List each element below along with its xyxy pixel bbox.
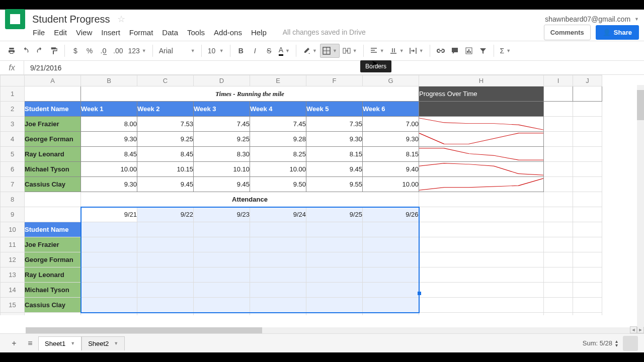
row-header-3[interactable]: 3 <box>1 117 25 132</box>
format-number-dropdown[interactable]: 123▼ <box>126 44 148 58</box>
add-sheet-button[interactable]: + <box>6 336 22 350</box>
text-color-icon[interactable]: A▼ <box>277 44 292 58</box>
merge-cells-icon[interactable]: ▼ <box>341 44 359 58</box>
col-header-D[interactable]: D <box>194 75 250 86</box>
filter-icon[interactable] <box>476 44 490 58</box>
borders-icon[interactable]: ▼ <box>320 44 340 58</box>
sheets-logo[interactable] <box>5 9 25 29</box>
menu-view[interactable]: View <box>76 28 92 37</box>
font-size-select[interactable]: 10▼ <box>206 44 226 58</box>
col-header-H[interactable]: H <box>419 75 544 86</box>
cell-B9[interactable]: 9/21 <box>81 207 137 222</box>
hdr-student[interactable]: Student Name <box>25 102 81 117</box>
align-vertical-icon[interactable]: ▼ <box>387 44 406 58</box>
strikethrough-icon[interactable]: S <box>263 44 276 58</box>
row-header-15[interactable]: 15 <box>1 298 25 313</box>
doc-title[interactable]: Student Progress <box>32 14 110 25</box>
name-1[interactable]: George Forman <box>25 132 81 147</box>
progress-title[interactable]: Progress Over Time <box>419 86 544 102</box>
percent-icon[interactable]: % <box>83 44 96 58</box>
insert-comment-icon[interactable] <box>448 44 461 58</box>
row-header-16[interactable]: 16 <box>1 313 25 316</box>
menu-tools[interactable]: Tools <box>187 28 205 37</box>
name-0[interactable]: Joe Frazier <box>25 117 81 132</box>
att-hdr[interactable]: Student Name <box>25 222 81 237</box>
row-header-14[interactable]: 14 <box>1 283 25 298</box>
row-header-7[interactable]: 7 <box>1 177 25 192</box>
functions-icon[interactable]: Σ▼ <box>498 44 513 58</box>
font-select[interactable]: Arial▼ <box>157 44 197 58</box>
hdr-w4[interactable]: Week 4 <box>250 102 306 117</box>
fill-color-icon[interactable]: ▼ <box>300 44 319 58</box>
horizontal-scrollbar[interactable] <box>26 327 632 333</box>
menu-help[interactable]: Help <box>251 28 267 37</box>
row-header-4[interactable]: 4 <box>1 132 25 147</box>
menu-edit[interactable]: Edit <box>54 28 67 37</box>
hdr-w2[interactable]: Week 2 <box>137 102 194 117</box>
share-button[interactable]: 👤 Share <box>596 25 639 40</box>
italic-icon[interactable]: I <box>249 44 262 58</box>
times-title[interactable]: Times - Running the mile <box>81 86 419 102</box>
print-icon[interactable] <box>5 44 18 58</box>
sparkline-4[interactable] <box>419 177 544 192</box>
hdr-w5[interactable]: Week 5 <box>306 102 363 117</box>
row-header-1[interactable]: 1 <box>1 86 25 102</box>
comments-button[interactable]: Comments <box>544 25 591 40</box>
hdr-w3[interactable]: Week 3 <box>194 102 250 117</box>
col-header-A[interactable]: A <box>25 75 81 86</box>
fx-icon[interactable]: fx <box>0 61 24 74</box>
col-header-B[interactable]: B <box>81 75 137 86</box>
name-4[interactable]: Cassius Clay <box>25 177 81 192</box>
menu-data[interactable]: Data <box>162 28 178 37</box>
sparkline-3[interactable] <box>419 162 544 177</box>
col-header-F[interactable]: F <box>306 75 363 86</box>
bold-icon[interactable]: B <box>234 44 248 58</box>
sheet-tab-1[interactable]: Sheet1▼ <box>38 336 82 350</box>
text-wrap-icon[interactable]: ▼ <box>407 44 426 58</box>
name-3[interactable]: Michael Tyson <box>25 162 81 177</box>
attendance-title[interactable]: Attendance <box>81 192 419 207</box>
sum-display[interactable]: Sum: 5/28▴▾ <box>583 339 618 347</box>
all-sheets-button[interactable]: ≡ <box>22 336 38 350</box>
menu-format[interactable]: Format <box>129 28 153 37</box>
hdr-w6[interactable]: Week 6 <box>363 102 419 117</box>
vertical-scrollbar[interactable] <box>637 85 644 327</box>
col-header-I[interactable]: I <box>544 75 573 86</box>
star-icon[interactable]: ☆ <box>117 14 125 25</box>
tab-nav[interactable]: ◄► <box>630 326 644 333</box>
grid[interactable]: A B C D E F G H I J 1 Times - Running th… <box>0 75 644 315</box>
insert-link-icon[interactable] <box>434 44 447 58</box>
menu-file[interactable]: File <box>33 28 45 37</box>
col-header-C[interactable]: C <box>137 75 194 86</box>
row-header-5[interactable]: 5 <box>1 147 25 162</box>
row-header-8[interactable]: 8 <box>1 192 25 207</box>
menu-addons[interactable]: Add-ons <box>214 28 242 37</box>
explore-button[interactable] <box>623 336 638 351</box>
cell-H2[interactable] <box>419 102 544 117</box>
formula-input[interactable]: 9/21/2016 <box>24 64 61 72</box>
sheet-tab-2[interactable]: Sheet2▼ <box>82 336 125 350</box>
row-header-12[interactable]: 12 <box>1 252 25 267</box>
col-header-G[interactable]: G <box>363 75 419 86</box>
sparkline-2[interactable] <box>419 147 544 162</box>
row-header-13[interactable]: 13 <box>1 267 25 283</box>
sparkline-0[interactable] <box>419 117 544 132</box>
currency-icon[interactable]: $ <box>69 44 82 58</box>
sparkline-1[interactable] <box>419 132 544 147</box>
row-header-10[interactable]: 10 <box>1 222 25 237</box>
col-header-J[interactable]: J <box>573 75 602 86</box>
row-header-11[interactable]: 11 <box>1 237 25 252</box>
cell-A1[interactable] <box>25 86 81 102</box>
align-horizontal-icon[interactable]: ▼ <box>368 44 386 58</box>
insert-chart-icon[interactable] <box>462 44 475 58</box>
name-2[interactable]: Ray Leonard <box>25 147 81 162</box>
paint-format-icon[interactable] <box>47 44 60 58</box>
selection-handle[interactable] <box>418 292 421 295</box>
increase-decimal-icon[interactable]: .00 <box>111 44 125 58</box>
user-email[interactable]: shawnbeard07@gmail.com▼ <box>545 15 639 23</box>
row-header-2[interactable]: 2 <box>1 102 25 117</box>
decrease-decimal-icon[interactable]: .0̲ <box>97 44 110 58</box>
undo-icon[interactable] <box>19 44 32 58</box>
redo-icon[interactable] <box>33 44 46 58</box>
hdr-w1[interactable]: Week 1 <box>81 102 137 117</box>
